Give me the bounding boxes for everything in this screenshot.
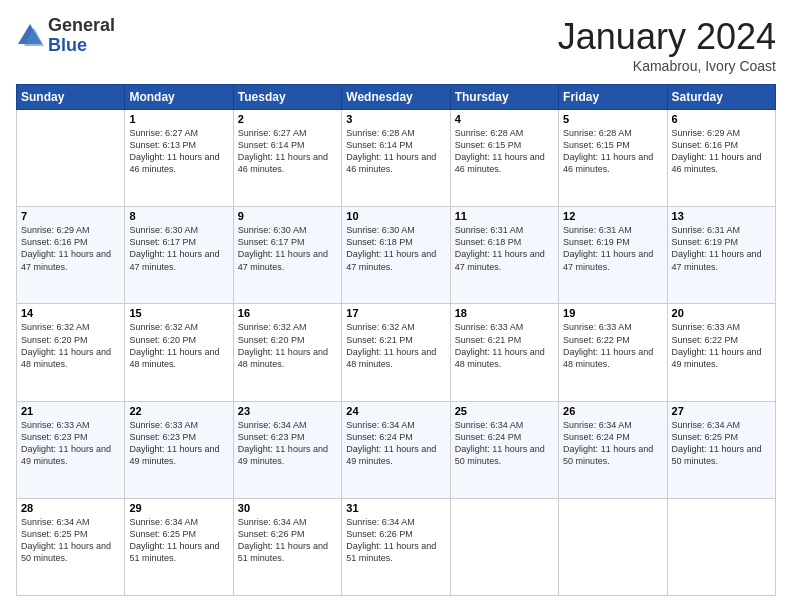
logo-blue-text: Blue [48,36,115,56]
cell-info: Sunrise: 6:30 AM Sunset: 6:17 PM Dayligh… [238,224,337,273]
header: General Blue January 2024 Kamabrou, Ivor… [16,16,776,74]
cell-info: Sunrise: 6:29 AM Sunset: 6:16 PM Dayligh… [672,127,771,176]
calendar-row: 7Sunrise: 6:29 AM Sunset: 6:16 PM Daylig… [17,207,776,304]
table-cell [450,498,558,595]
cell-info: Sunrise: 6:32 AM Sunset: 6:20 PM Dayligh… [21,321,120,370]
cell-day-number: 30 [238,502,337,514]
table-cell: 16Sunrise: 6:32 AM Sunset: 6:20 PM Dayli… [233,304,341,401]
cell-day-number: 19 [563,307,662,319]
table-cell: 14Sunrise: 6:32 AM Sunset: 6:20 PM Dayli… [17,304,125,401]
cell-day-number: 6 [672,113,771,125]
cell-day-number: 17 [346,307,445,319]
logo-icon [16,22,44,50]
cell-info: Sunrise: 6:31 AM Sunset: 6:18 PM Dayligh… [455,224,554,273]
cell-day-number: 26 [563,405,662,417]
col-saturday: Saturday [667,85,775,110]
cell-day-number: 3 [346,113,445,125]
table-cell: 29Sunrise: 6:34 AM Sunset: 6:25 PM Dayli… [125,498,233,595]
table-cell: 31Sunrise: 6:34 AM Sunset: 6:26 PM Dayli… [342,498,450,595]
col-wednesday: Wednesday [342,85,450,110]
table-cell: 28Sunrise: 6:34 AM Sunset: 6:25 PM Dayli… [17,498,125,595]
calendar-table: Sunday Monday Tuesday Wednesday Thursday… [16,84,776,596]
table-cell: 23Sunrise: 6:34 AM Sunset: 6:23 PM Dayli… [233,401,341,498]
table-cell: 4Sunrise: 6:28 AM Sunset: 6:15 PM Daylig… [450,110,558,207]
cell-info: Sunrise: 6:33 AM Sunset: 6:22 PM Dayligh… [672,321,771,370]
cell-day-number: 16 [238,307,337,319]
header-row: Sunday Monday Tuesday Wednesday Thursday… [17,85,776,110]
cell-day-number: 21 [21,405,120,417]
title-block: January 2024 Kamabrou, Ivory Coast [558,16,776,74]
cell-day-number: 22 [129,405,228,417]
col-monday: Monday [125,85,233,110]
cell-info: Sunrise: 6:32 AM Sunset: 6:21 PM Dayligh… [346,321,445,370]
cell-day-number: 2 [238,113,337,125]
cell-info: Sunrise: 6:30 AM Sunset: 6:17 PM Dayligh… [129,224,228,273]
page: General Blue January 2024 Kamabrou, Ivor… [0,0,792,612]
cell-info: Sunrise: 6:28 AM Sunset: 6:15 PM Dayligh… [455,127,554,176]
table-cell: 6Sunrise: 6:29 AM Sunset: 6:16 PM Daylig… [667,110,775,207]
col-friday: Friday [559,85,667,110]
cell-day-number: 1 [129,113,228,125]
cell-day-number: 24 [346,405,445,417]
table-cell: 1Sunrise: 6:27 AM Sunset: 6:13 PM Daylig… [125,110,233,207]
cell-info: Sunrise: 6:32 AM Sunset: 6:20 PM Dayligh… [129,321,228,370]
cell-day-number: 18 [455,307,554,319]
table-cell: 27Sunrise: 6:34 AM Sunset: 6:25 PM Dayli… [667,401,775,498]
cell-info: Sunrise: 6:30 AM Sunset: 6:18 PM Dayligh… [346,224,445,273]
table-cell: 18Sunrise: 6:33 AM Sunset: 6:21 PM Dayli… [450,304,558,401]
table-cell [667,498,775,595]
cell-info: Sunrise: 6:27 AM Sunset: 6:14 PM Dayligh… [238,127,337,176]
table-cell: 15Sunrise: 6:32 AM Sunset: 6:20 PM Dayli… [125,304,233,401]
calendar-row: 14Sunrise: 6:32 AM Sunset: 6:20 PM Dayli… [17,304,776,401]
table-cell: 5Sunrise: 6:28 AM Sunset: 6:15 PM Daylig… [559,110,667,207]
cell-info: Sunrise: 6:33 AM Sunset: 6:21 PM Dayligh… [455,321,554,370]
cell-day-number: 25 [455,405,554,417]
location-subtitle: Kamabrou, Ivory Coast [558,58,776,74]
cell-info: Sunrise: 6:28 AM Sunset: 6:14 PM Dayligh… [346,127,445,176]
table-cell: 12Sunrise: 6:31 AM Sunset: 6:19 PM Dayli… [559,207,667,304]
table-cell: 26Sunrise: 6:34 AM Sunset: 6:24 PM Dayli… [559,401,667,498]
cell-day-number: 15 [129,307,228,319]
table-cell: 19Sunrise: 6:33 AM Sunset: 6:22 PM Dayli… [559,304,667,401]
cell-info: Sunrise: 6:28 AM Sunset: 6:15 PM Dayligh… [563,127,662,176]
cell-info: Sunrise: 6:29 AM Sunset: 6:16 PM Dayligh… [21,224,120,273]
cell-info: Sunrise: 6:31 AM Sunset: 6:19 PM Dayligh… [672,224,771,273]
cell-day-number: 13 [672,210,771,222]
table-cell: 8Sunrise: 6:30 AM Sunset: 6:17 PM Daylig… [125,207,233,304]
cell-info: Sunrise: 6:27 AM Sunset: 6:13 PM Dayligh… [129,127,228,176]
table-cell: 2Sunrise: 6:27 AM Sunset: 6:14 PM Daylig… [233,110,341,207]
cell-day-number: 4 [455,113,554,125]
cell-day-number: 23 [238,405,337,417]
calendar-row: 28Sunrise: 6:34 AM Sunset: 6:25 PM Dayli… [17,498,776,595]
cell-day-number: 8 [129,210,228,222]
cell-info: Sunrise: 6:34 AM Sunset: 6:26 PM Dayligh… [238,516,337,565]
cell-day-number: 20 [672,307,771,319]
cell-info: Sunrise: 6:31 AM Sunset: 6:19 PM Dayligh… [563,224,662,273]
table-cell: 11Sunrise: 6:31 AM Sunset: 6:18 PM Dayli… [450,207,558,304]
cell-info: Sunrise: 6:34 AM Sunset: 6:23 PM Dayligh… [238,419,337,468]
cell-info: Sunrise: 6:34 AM Sunset: 6:25 PM Dayligh… [129,516,228,565]
cell-info: Sunrise: 6:33 AM Sunset: 6:23 PM Dayligh… [21,419,120,468]
cell-day-number: 7 [21,210,120,222]
table-cell: 24Sunrise: 6:34 AM Sunset: 6:24 PM Dayli… [342,401,450,498]
cell-info: Sunrise: 6:34 AM Sunset: 6:24 PM Dayligh… [563,419,662,468]
logo-text: General Blue [48,16,115,56]
cell-info: Sunrise: 6:34 AM Sunset: 6:25 PM Dayligh… [21,516,120,565]
cell-info: Sunrise: 6:34 AM Sunset: 6:24 PM Dayligh… [455,419,554,468]
cell-day-number: 5 [563,113,662,125]
col-tuesday: Tuesday [233,85,341,110]
cell-info: Sunrise: 6:32 AM Sunset: 6:20 PM Dayligh… [238,321,337,370]
table-cell: 30Sunrise: 6:34 AM Sunset: 6:26 PM Dayli… [233,498,341,595]
table-cell: 25Sunrise: 6:34 AM Sunset: 6:24 PM Dayli… [450,401,558,498]
table-cell: 21Sunrise: 6:33 AM Sunset: 6:23 PM Dayli… [17,401,125,498]
cell-day-number: 12 [563,210,662,222]
table-cell: 20Sunrise: 6:33 AM Sunset: 6:22 PM Dayli… [667,304,775,401]
cell-day-number: 29 [129,502,228,514]
table-cell [17,110,125,207]
cell-info: Sunrise: 6:34 AM Sunset: 6:25 PM Dayligh… [672,419,771,468]
col-thursday: Thursday [450,85,558,110]
calendar-row: 1Sunrise: 6:27 AM Sunset: 6:13 PM Daylig… [17,110,776,207]
logo-general-text: General [48,16,115,36]
table-cell: 22Sunrise: 6:33 AM Sunset: 6:23 PM Dayli… [125,401,233,498]
col-sunday: Sunday [17,85,125,110]
